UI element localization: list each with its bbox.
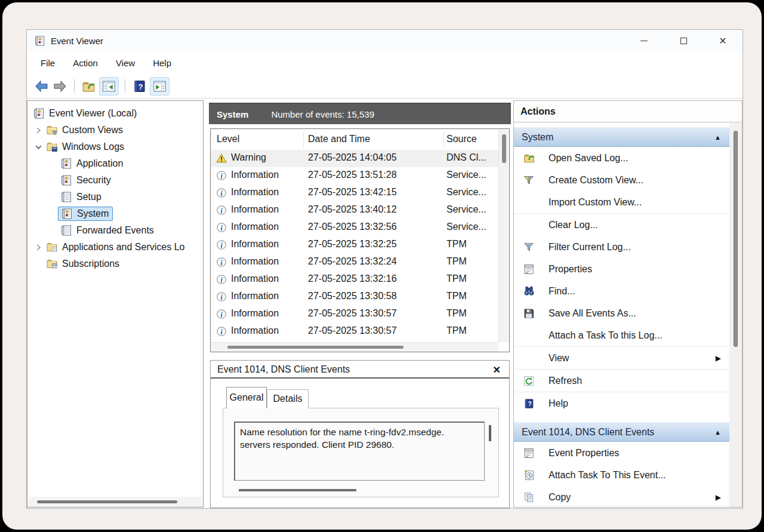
preview-header: Event 1014, DNS Client Events ✕ <box>211 361 509 379</box>
event-list-vertical-scrollbar[interactable] <box>498 129 509 342</box>
chevron-right-icon[interactable] <box>34 126 43 135</box>
action-attach-task-to-log[interactable]: Attach a Task To this Log... <box>514 324 729 346</box>
tree-item-event-viewer-local[interactable]: Event Viewer (Local) <box>27 105 203 122</box>
tree-item-forwarded-events[interactable]: Forwarded Events <box>27 222 203 239</box>
close-button[interactable]: ✕ <box>703 30 743 52</box>
scrollbar-thumb[interactable] <box>502 134 506 163</box>
minimize-button[interactable] <box>624 30 664 52</box>
actions-section-header-system[interactable]: System ▲ <box>514 127 729 147</box>
forward-button[interactable] <box>52 78 68 94</box>
tree-item-windows-logs[interactable]: Windows Logs <box>27 139 203 155</box>
column-header-datetime[interactable]: Date and Time <box>308 134 370 144</box>
export-log-button[interactable] <box>81 78 97 94</box>
log-icon <box>60 158 72 170</box>
console-tree-pane: Event Viewer (Local) Custom Views Window… <box>27 100 204 508</box>
titlebar[interactable]: Event Viewer ✕ <box>27 30 743 52</box>
scrollbar-thumb[interactable] <box>37 500 177 503</box>
action-save-all-events-as[interactable]: Save All Events As... <box>514 302 729 324</box>
chevron-down-icon[interactable] <box>34 143 43 152</box>
tree-item-applications-and-services[interactable]: Applications and Services Lo <box>27 239 203 256</box>
event-viewer-icon <box>33 107 45 119</box>
event-row[interactable]: Information 27-05-2025 13:32:56 Service.… <box>211 219 498 236</box>
tree-item-security[interactable]: Security <box>27 172 203 189</box>
column-separator[interactable] <box>303 132 304 147</box>
log-name: System <box>217 109 248 119</box>
event-rows: Warning 27-05-2025 14:04:05 DNS Cl... In… <box>211 150 498 342</box>
event-viewer-app-icon <box>34 35 45 47</box>
collapse-icon[interactable]: ▲ <box>714 134 721 141</box>
log-icon <box>60 191 72 203</box>
scrollbar-thumb[interactable] <box>227 346 403 349</box>
help-button[interactable] <box>131 78 147 94</box>
tab-general[interactable]: General <box>226 387 267 408</box>
event-message-box[interactable]: Name resolution for the name t-ring-fdv2… <box>234 422 485 481</box>
event-row[interactable]: Information 27-05-2025 13:42:15 Service.… <box>211 184 498 202</box>
event-row[interactable]: Information 27-05-2025 13:30:58 TPM <box>211 288 498 306</box>
action-event-properties[interactable]: Event Properties <box>514 442 729 464</box>
action-view[interactable]: View ▶ <box>514 347 729 369</box>
action-filter-current-log[interactable]: Filter Current Log... <box>514 236 729 258</box>
column-header-source[interactable]: Source <box>446 134 477 144</box>
tab-details[interactable]: Details <box>267 389 309 408</box>
scrollbar-thumb[interactable] <box>734 131 738 347</box>
event-list-horizontal-scrollbar[interactable] <box>211 342 498 352</box>
event-row[interactable]: Information 27-05-2025 13:32:16 TPM <box>211 271 498 288</box>
menu-view[interactable]: View <box>107 54 144 72</box>
event-row[interactable]: Information 27-05-2025 13:32:25 TPM <box>211 236 498 254</box>
column-separator[interactable] <box>443 132 444 147</box>
tree-horizontal-scrollbar[interactable] <box>28 497 202 507</box>
event-row[interactable]: Information 27-05-2025 13:32:24 TPM <box>211 254 498 271</box>
tree-item-subscriptions[interactable]: Subscriptions <box>27 256 203 272</box>
actions-pane-title: Actions <box>514 101 742 122</box>
action-attach-task-to-event[interactable]: Attach Task To This Event... <box>514 464 729 486</box>
event-row[interactable]: Warning 27-05-2025 14:04:05 DNS Cl... <box>211 150 498 167</box>
submenu-arrow-icon: ▶ <box>716 354 721 362</box>
tree-item-application[interactable]: Application <box>27 155 203 172</box>
column-header-level[interactable]: Level <box>217 134 239 144</box>
properties-icon <box>523 263 535 275</box>
action-properties[interactable]: Properties <box>514 258 729 280</box>
action-create-custom-view[interactable]: Create Custom View... <box>514 169 729 191</box>
action-help[interactable]: Help <box>514 392 729 414</box>
back-button[interactable] <box>33 78 50 94</box>
actions-section-header-event[interactable]: Event 1014, DNS Client Events ▲ <box>514 422 729 442</box>
action-clear-log[interactable]: Clear Log... <box>514 214 729 236</box>
menu-action[interactable]: Action <box>64 54 107 72</box>
message-horizontal-scrollbar-thumb[interactable] <box>239 489 356 491</box>
menu-help[interactable]: Help <box>144 54 180 72</box>
message-vertical-scrollbar-thumb[interactable] <box>489 425 491 441</box>
action-find[interactable]: Find... <box>514 280 729 302</box>
menu-file[interactable]: File <box>32 54 64 72</box>
show-action-pane-icon <box>152 79 167 94</box>
log-title-bar: System Number of events: 15,539 <box>209 103 511 124</box>
maximize-button[interactable] <box>664 30 703 52</box>
refresh-icon <box>523 375 535 387</box>
event-row[interactable]: Information 27-05-2025 13:30:57 TPM <box>211 323 498 340</box>
tree-item-custom-views[interactable]: Custom Views <box>27 122 203 139</box>
chevron-right-icon[interactable] <box>34 243 43 252</box>
event-list: Level Date and Time Source Warning 27-05… <box>210 128 510 352</box>
event-row[interactable]: Information 27-05-2025 13:51:28 Service.… <box>211 167 498 184</box>
show-action-pane-button[interactable] <box>150 77 170 96</box>
apps-services-folder-icon <box>46 241 58 253</box>
actions-vertical-scrollbar[interactable] <box>733 127 739 502</box>
collapse-icon[interactable]: ▲ <box>714 429 721 436</box>
tree-item-system[interactable]: System <box>27 205 203 222</box>
action-refresh[interactable]: Refresh <box>514 370 729 392</box>
action-open-saved-log[interactable]: Open Saved Log... <box>514 147 729 169</box>
event-row[interactable]: Information 27-05-2025 13:40:12 Service.… <box>211 202 498 219</box>
event-row[interactable]: Information 27-05-2025 13:30:57 TPM <box>211 306 498 323</box>
information-icon <box>216 309 227 319</box>
log-icon <box>60 225 72 236</box>
log-icon <box>60 174 72 186</box>
custom-views-folder-icon <box>46 124 58 136</box>
export-log-icon <box>81 79 96 94</box>
help-icon <box>133 79 147 94</box>
action-copy[interactable]: Copy ▶ <box>514 486 729 507</box>
action-import-custom-view[interactable]: Import Custom View... <box>514 191 729 213</box>
information-icon <box>216 274 227 285</box>
preview-close-button[interactable]: ✕ <box>491 363 503 377</box>
tree-item-setup[interactable]: Setup <box>27 189 203 205</box>
show-console-tree-button[interactable] <box>99 77 119 96</box>
log-icon <box>61 208 73 220</box>
